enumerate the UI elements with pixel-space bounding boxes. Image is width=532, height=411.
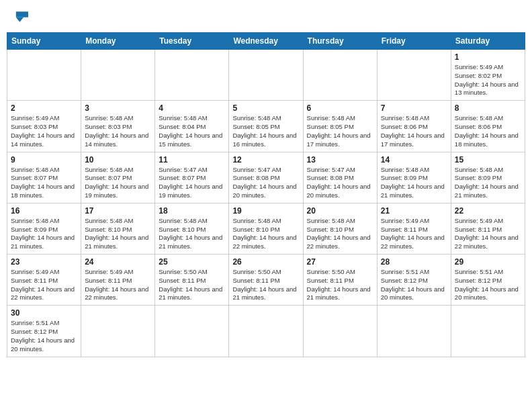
day-info: Sunrise: 5:49 AM Sunset: 8:02 PM Dayligh… (455, 63, 521, 97)
day-info: Sunrise: 5:51 AM Sunset: 8:12 PM Dayligh… (11, 319, 77, 353)
day-info: Sunrise: 5:48 AM Sunset: 8:09 PM Dayligh… (381, 166, 447, 200)
day-number: 5 (232, 103, 299, 113)
day-info: Sunrise: 5:49 AM Sunset: 8:11 PM Dayligh… (455, 217, 521, 251)
calendar-cell: 28Sunrise: 5:51 AM Sunset: 8:12 PM Dayli… (377, 255, 451, 306)
day-number: 1 (455, 52, 521, 62)
day-info: Sunrise: 5:49 AM Sunset: 8:03 PM Dayligh… (11, 114, 77, 148)
day-info: Sunrise: 5:51 AM Sunset: 8:12 PM Dayligh… (455, 268, 521, 302)
calendar-cell: 17Sunrise: 5:48 AM Sunset: 8:10 PM Dayli… (81, 203, 155, 254)
calendar-cell: 4Sunrise: 5:48 AM Sunset: 8:04 PM Daylig… (155, 101, 229, 152)
day-info: Sunrise: 5:48 AM Sunset: 8:05 PM Dayligh… (232, 114, 299, 148)
weekday-header-thursday: Thursday (303, 33, 377, 50)
day-number: 8 (455, 103, 521, 113)
day-number: 9 (11, 155, 77, 165)
svg-marker-1 (16, 17, 24, 22)
day-number: 24 (85, 257, 151, 267)
day-info: Sunrise: 5:47 AM Sunset: 8:07 PM Dayligh… (159, 166, 225, 200)
calendar-cell: 20Sunrise: 5:48 AM Sunset: 8:10 PM Dayli… (303, 203, 377, 254)
calendar-cell: 29Sunrise: 5:51 AM Sunset: 8:12 PM Dayli… (451, 255, 525, 306)
day-info: Sunrise: 5:48 AM Sunset: 8:07 PM Dayligh… (11, 166, 77, 200)
page-header (7, 7, 525, 27)
day-info: Sunrise: 5:48 AM Sunset: 8:09 PM Dayligh… (455, 166, 521, 200)
day-number: 22 (455, 206, 521, 216)
calendar-cell: 8Sunrise: 5:48 AM Sunset: 8:06 PM Daylig… (451, 101, 525, 152)
day-info: Sunrise: 5:48 AM Sunset: 8:06 PM Dayligh… (381, 114, 447, 148)
calendar-cell: 12Sunrise: 5:47 AM Sunset: 8:08 PM Dayli… (229, 152, 303, 203)
svg-marker-0 (16, 11, 28, 17)
calendar-week-row: 30Sunrise: 5:51 AM Sunset: 8:12 PM Dayli… (7, 306, 525, 357)
calendar-cell (303, 306, 377, 357)
calendar-cell: 11Sunrise: 5:47 AM Sunset: 8:07 PM Dayli… (155, 152, 229, 203)
calendar-cell: 6Sunrise: 5:48 AM Sunset: 8:05 PM Daylig… (303, 101, 377, 152)
calendar-cell (81, 50, 155, 101)
day-info: Sunrise: 5:48 AM Sunset: 8:10 PM Dayligh… (307, 217, 373, 251)
day-number: 26 (232, 257, 299, 267)
weekday-header-monday: Monday (81, 33, 155, 50)
day-info: Sunrise: 5:49 AM Sunset: 8:11 PM Dayligh… (85, 268, 151, 302)
day-info: Sunrise: 5:48 AM Sunset: 8:03 PM Dayligh… (85, 114, 151, 148)
calendar-cell (81, 306, 155, 357)
day-info: Sunrise: 5:48 AM Sunset: 8:10 PM Dayligh… (85, 217, 151, 251)
day-info: Sunrise: 5:49 AM Sunset: 8:11 PM Dayligh… (11, 268, 77, 302)
calendar-table: SundayMondayTuesdayWednesdayThursdayFrid… (7, 32, 525, 357)
day-info: Sunrise: 5:49 AM Sunset: 8:11 PM Dayligh… (381, 217, 447, 251)
calendar-cell: 24Sunrise: 5:49 AM Sunset: 8:11 PM Dayli… (81, 255, 155, 306)
day-info: Sunrise: 5:48 AM Sunset: 8:07 PM Dayligh… (85, 166, 151, 200)
calendar-cell (303, 50, 377, 101)
day-info: Sunrise: 5:48 AM Sunset: 8:04 PM Dayligh… (159, 114, 225, 148)
day-info: Sunrise: 5:48 AM Sunset: 8:05 PM Dayligh… (307, 114, 373, 148)
weekday-header-tuesday: Tuesday (155, 33, 229, 50)
calendar-cell (155, 306, 229, 357)
day-number: 14 (381, 155, 447, 165)
calendar-cell (451, 306, 525, 357)
calendar-cell: 22Sunrise: 5:49 AM Sunset: 8:11 PM Dayli… (451, 203, 525, 254)
day-number: 25 (159, 257, 225, 267)
calendar-week-row: 2Sunrise: 5:49 AM Sunset: 8:03 PM Daylig… (7, 101, 525, 152)
calendar-cell (377, 306, 451, 357)
logo (9, 9, 31, 24)
calendar-week-row: 1Sunrise: 5:49 AM Sunset: 8:02 PM Daylig… (7, 50, 525, 101)
calendar-cell: 9Sunrise: 5:48 AM Sunset: 8:07 PM Daylig… (7, 152, 81, 203)
day-info: Sunrise: 5:47 AM Sunset: 8:08 PM Dayligh… (232, 166, 299, 200)
day-number: 30 (11, 308, 77, 318)
calendar-week-row: 16Sunrise: 5:48 AM Sunset: 8:09 PM Dayli… (7, 203, 525, 254)
calendar-cell (155, 50, 229, 101)
day-info: Sunrise: 5:47 AM Sunset: 8:08 PM Dayligh… (307, 166, 373, 200)
calendar-cell: 25Sunrise: 5:50 AM Sunset: 8:11 PM Dayli… (155, 255, 229, 306)
calendar-cell: 1Sunrise: 5:49 AM Sunset: 8:02 PM Daylig… (451, 50, 525, 101)
day-number: 21 (381, 206, 447, 216)
day-number: 17 (85, 206, 151, 216)
day-number: 20 (307, 206, 373, 216)
day-number: 29 (455, 257, 521, 267)
calendar-cell: 13Sunrise: 5:47 AM Sunset: 8:08 PM Dayli… (303, 152, 377, 203)
day-number: 15 (455, 155, 521, 165)
calendar-cell (229, 306, 303, 357)
day-info: Sunrise: 5:48 AM Sunset: 8:06 PM Dayligh… (455, 114, 521, 148)
day-info: Sunrise: 5:50 AM Sunset: 8:11 PM Dayligh… (232, 268, 299, 302)
calendar-cell: 19Sunrise: 5:48 AM Sunset: 8:10 PM Dayli… (229, 203, 303, 254)
calendar-cell: 10Sunrise: 5:48 AM Sunset: 8:07 PM Dayli… (81, 152, 155, 203)
day-number: 3 (85, 103, 151, 113)
day-info: Sunrise: 5:50 AM Sunset: 8:11 PM Dayligh… (307, 268, 373, 302)
day-number: 11 (159, 155, 225, 165)
calendar-cell (229, 50, 303, 101)
day-number: 28 (381, 257, 447, 267)
weekday-header-wednesday: Wednesday (229, 33, 303, 50)
weekday-header-row: SundayMondayTuesdayWednesdayThursdayFrid… (7, 33, 525, 50)
day-info: Sunrise: 5:50 AM Sunset: 8:11 PM Dayligh… (159, 268, 225, 302)
day-number: 12 (232, 155, 299, 165)
calendar-cell: 23Sunrise: 5:49 AM Sunset: 8:11 PM Dayli… (7, 255, 81, 306)
calendar-week-row: 9Sunrise: 5:48 AM Sunset: 8:07 PM Daylig… (7, 152, 525, 203)
day-number: 16 (11, 206, 77, 216)
calendar-cell (377, 50, 451, 101)
calendar-cell: 27Sunrise: 5:50 AM Sunset: 8:11 PM Dayli… (303, 255, 377, 306)
calendar-cell: 18Sunrise: 5:48 AM Sunset: 8:10 PM Dayli… (155, 203, 229, 254)
calendar-week-row: 23Sunrise: 5:49 AM Sunset: 8:11 PM Dayli… (7, 255, 525, 306)
calendar-cell: 26Sunrise: 5:50 AM Sunset: 8:11 PM Dayli… (229, 255, 303, 306)
day-number: 23 (11, 257, 77, 267)
weekday-header-saturday: Saturday (451, 33, 525, 50)
day-number: 4 (159, 103, 225, 113)
day-number: 7 (381, 103, 447, 113)
calendar-cell: 15Sunrise: 5:48 AM Sunset: 8:09 PM Dayli… (451, 152, 525, 203)
weekday-header-friday: Friday (377, 33, 451, 50)
